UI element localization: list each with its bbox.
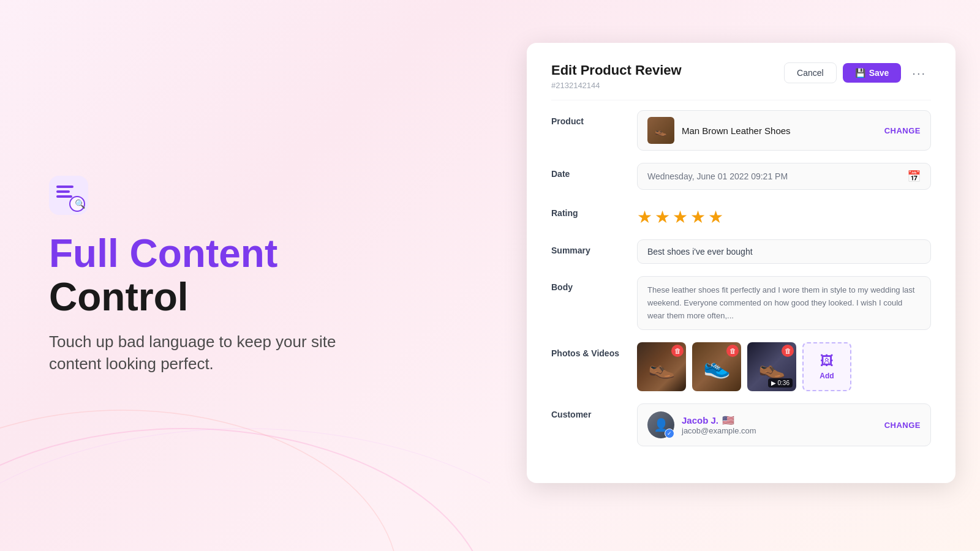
body-field: These leather shoes fit perfectly and I …	[637, 276, 931, 330]
customer-email: jacob@example.com	[682, 426, 756, 435]
cancel-button[interactable]: Cancel	[784, 62, 837, 83]
svg-text:🔍: 🔍	[75, 199, 86, 209]
customer-change-button[interactable]: CHANGE	[884, 421, 921, 430]
photos-list: 👞 🗑 👟 🗑 👞 🗑 ▶ 0:36	[637, 342, 931, 391]
customer-info: 👤 ✓ Jacob J. 🇺🇸 jacob@example.com	[647, 411, 756, 438]
shoe-icon: 👞	[655, 125, 667, 137]
header-divider	[551, 100, 931, 100]
photo-item-1: 👞 🗑	[637, 342, 686, 391]
product-thumbnail: 👞	[647, 117, 674, 144]
rating-label: Rating	[551, 202, 625, 218]
product-field: 👞 Man Brown Leather Shoes CHANGE	[637, 110, 931, 151]
svg-rect-5	[56, 190, 70, 193]
date-value: Wednesday, June 01 2022 09:21 PM	[647, 171, 788, 181]
star-rating[interactable]: ★ ★ ★ ★ ★	[637, 202, 931, 227]
rating-row: Rating ★ ★ ★ ★ ★	[551, 202, 931, 227]
product-info: 👞 Man Brown Leather Shoes	[647, 117, 791, 144]
customer-field: 👤 ✓ Jacob J. 🇺🇸 jacob@example.com CHANGE	[637, 403, 931, 446]
star-3[interactable]: ★	[673, 207, 688, 227]
calendar-icon[interactable]: 📅	[907, 170, 921, 183]
add-photo-icon: 🖼	[820, 353, 834, 369]
body-value: These leather shoes fit perfectly and I …	[647, 285, 914, 320]
photos-field: 👞 🗑 👟 🗑 👞 🗑 ▶ 0:36	[637, 342, 931, 391]
add-photo-label: Add	[820, 372, 834, 380]
photos-label: Photos & Videos	[551, 342, 625, 358]
photo-item-3: 👞 🗑 ▶ 0:36	[747, 342, 796, 391]
date-field: Wednesday, June 01 2022 09:21 PM 📅	[637, 163, 931, 190]
card-header: Edit Product Review #2132142144 Cancel 💾…	[551, 62, 931, 90]
verified-badge: ✓	[665, 429, 674, 438]
customer-name: Jacob J.	[682, 415, 718, 425]
rating-field: ★ ★ ★ ★ ★	[637, 202, 931, 227]
customer-name-row: Jacob J. 🇺🇸	[682, 414, 756, 426]
date-row: Date Wednesday, June 01 2022 09:21 PM 📅	[551, 163, 931, 190]
customer-label: Customer	[551, 403, 625, 419]
product-box: 👞 Man Brown Leather Shoes CHANGE	[637, 110, 931, 151]
left-panel: 🔍 Full Content Control Touch up bad lang…	[0, 0, 441, 551]
summary-field: Best shoes i've ever bought	[637, 239, 931, 264]
date-box[interactable]: Wednesday, June 01 2022 09:21 PM 📅	[637, 163, 931, 190]
summary-value: Best shoes i've ever bought	[647, 247, 753, 257]
save-icon: 💾	[855, 68, 865, 78]
save-button[interactable]: 💾 Save	[843, 63, 902, 83]
play-icon: ▶	[771, 380, 776, 386]
card-title-block: Edit Product Review #2132142144	[551, 62, 682, 90]
svg-rect-6	[56, 195, 72, 198]
subtitle: Touch up bad language to keep your site …	[49, 331, 392, 375]
star-4[interactable]: ★	[690, 207, 706, 227]
headline: Full Content Control	[49, 232, 392, 318]
body-row: Body These leather shoes fit perfectly a…	[551, 276, 931, 330]
card-id: #2132142144	[551, 81, 682, 90]
summary-row: Summary Best shoes i've ever bought	[551, 239, 931, 264]
video-duration: 0:36	[778, 380, 790, 386]
customer-details: Jacob J. 🇺🇸 jacob@example.com	[682, 414, 756, 435]
summary-label: Summary	[551, 239, 625, 255]
star-5[interactable]: ★	[708, 207, 723, 227]
product-label: Product	[551, 110, 625, 126]
product-name: Man Brown Leather Shoes	[682, 126, 791, 136]
summary-box[interactable]: Best shoes i've ever bought	[637, 239, 931, 264]
photo-item-2: 👟 🗑	[692, 342, 741, 391]
more-options-button[interactable]: ···	[907, 64, 931, 83]
customer-flag: 🇺🇸	[722, 414, 734, 426]
product-row: Product 👞 Man Brown Leather Shoes CHANGE	[551, 110, 931, 151]
card-actions: Cancel 💾 Save ···	[784, 62, 931, 83]
logo-icon: 🔍	[49, 176, 392, 217]
svg-rect-4	[56, 186, 74, 188]
body-label: Body	[551, 276, 625, 292]
customer-row: Customer 👤 ✓ Jacob J. 🇺🇸 jacob@example.c…	[551, 403, 931, 446]
star-1[interactable]: ★	[637, 207, 652, 227]
customer-box: 👤 ✓ Jacob J. 🇺🇸 jacob@example.com CHANGE	[637, 403, 931, 446]
avatar-wrap: 👤 ✓	[647, 411, 674, 438]
photos-row: Photos & Videos 👞 🗑 👟 🗑 👞 🗑	[551, 342, 931, 391]
body-box[interactable]: These leather shoes fit perfectly and I …	[637, 276, 931, 330]
card-title: Edit Product Review	[551, 62, 682, 78]
product-change-button[interactable]: CHANGE	[884, 126, 921, 135]
edit-product-review-card: Edit Product Review #2132142144 Cancel 💾…	[527, 43, 956, 483]
star-2[interactable]: ★	[655, 207, 670, 227]
video-duration-badge: ▶ 0:36	[768, 378, 793, 388]
add-photo-button[interactable]: 🖼 Add	[802, 342, 851, 391]
date-label: Date	[551, 163, 625, 179]
